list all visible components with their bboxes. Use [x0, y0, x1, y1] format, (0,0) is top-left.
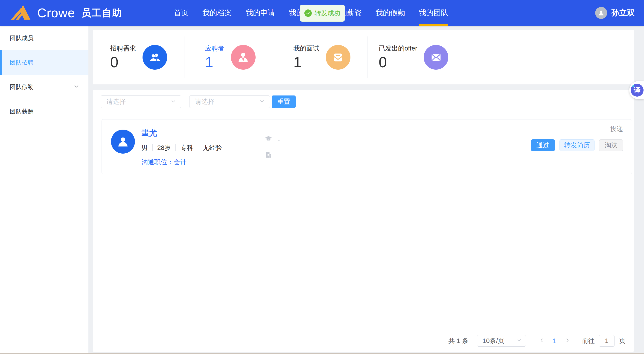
company-value: -: [278, 152, 280, 159]
reject-button[interactable]: 淘汰: [599, 139, 623, 151]
mail-icon: [424, 45, 448, 70]
graduation-cap-icon: [264, 135, 272, 145]
recruiting-list-panel: 请选择 请选择 重置 蚩尤: [93, 90, 634, 352]
goto-page-input[interactable]: [599, 335, 614, 347]
brand-name: Crowe: [37, 6, 75, 20]
user-menu[interactable]: 孙立双: [595, 0, 635, 26]
stat-label: 应聘者: [205, 44, 224, 53]
mail-open-icon: [326, 45, 350, 70]
stat-value: 0: [110, 55, 136, 70]
candidate-education: 专科: [180, 143, 193, 152]
sidebar-item-label: 团队成员: [10, 34, 34, 42]
stat-label: 招聘需求: [110, 44, 136, 53]
nav-item-my-attendance[interactable]: 我的假勤: [376, 0, 405, 26]
sidebar-item-label: 团队招聘: [10, 59, 34, 67]
app-root: Crowe 员工自助 首页 我的档案 我的申请 我的 我的薪资 我的假勤 我的团…: [0, 0, 644, 354]
sidebar-item-team-salary[interactable]: 团队薪酬: [0, 99, 88, 124]
building-icon: [264, 151, 272, 160]
chevron-down-icon: [259, 98, 265, 105]
sidebar: 团队成员 团队招聘 团队假勤 团队薪酬: [0, 26, 88, 353]
sidebar-item-label: 团队薪酬: [10, 107, 34, 116]
candidate-name[interactable]: 蚩尤: [141, 128, 157, 138]
candidate-position-line: 沟通职位：会计: [141, 158, 186, 166]
chevron-right-icon[interactable]: [563, 337, 572, 345]
candidate-icon: [231, 45, 256, 70]
sidebar-item-team-recruiting[interactable]: 团队招聘: [0, 50, 88, 75]
success-check-icon: [304, 10, 312, 17]
people-icon: [142, 45, 167, 70]
user-avatar-icon: [595, 7, 607, 19]
pagination-total: 共 1 条: [448, 336, 468, 345]
divider: [176, 144, 176, 151]
sidebar-item-team-members[interactable]: 团队成员: [0, 26, 88, 50]
success-toast: 转发成功: [300, 5, 345, 22]
stat-card-applicants[interactable]: 应聘者 1: [184, 30, 276, 84]
sidebar-item-team-attendance[interactable]: 团队假勤: [0, 75, 88, 99]
stat-label: 我的面试: [294, 44, 319, 53]
stat-card-offers-sent[interactable]: 已发出的offer 0: [368, 30, 459, 84]
toast-message: 转发成功: [314, 9, 340, 18]
education-value: -: [278, 136, 280, 143]
translate-icon: 译: [631, 84, 644, 97]
nav-item-my-team[interactable]: 我的团队: [419, 0, 448, 26]
reset-button[interactable]: 重置: [272, 95, 296, 108]
divider: [198, 144, 198, 151]
candidate-age: 28岁: [157, 143, 171, 152]
nav-item-my-applications[interactable]: 我的申请: [246, 0, 275, 26]
product-title: 员工自助: [82, 7, 122, 19]
stat-value: 1: [205, 55, 224, 70]
chevron-down-icon: [516, 337, 522, 344]
forward-resume-button[interactable]: 转发简历: [560, 139, 594, 151]
stat-card-my-interviews[interactable]: 我的面试 1: [276, 30, 368, 84]
candidate-stage-badge: 投递: [610, 124, 623, 133]
candidate-meta: -: [264, 135, 280, 160]
stat-card-recruiting-demand[interactable]: 招聘需求 0: [93, 30, 184, 84]
select-placeholder: 请选择: [106, 97, 126, 106]
page-bottom-edge: [0, 353, 644, 354]
pass-button[interactable]: 通过: [531, 139, 555, 151]
candidate-actions: 通过 转发简历 淘汰: [531, 139, 623, 151]
goto-label: 前往: [582, 336, 595, 345]
nav-item-home[interactable]: 首页: [174, 0, 188, 26]
nav-item-my-profile[interactable]: 我的档案: [202, 0, 232, 26]
page-number-1[interactable]: 1: [552, 337, 556, 345]
candidate-attributes: 男 28岁 专科 无经验: [141, 143, 222, 152]
pagination: 共 1 条 10条/页 1 前往 页: [448, 335, 626, 347]
page-size-select[interactable]: 10条/页: [477, 335, 526, 347]
chevron-down-icon: [73, 83, 80, 91]
page-size-value: 10条/页: [482, 336, 504, 345]
filter-bar: 请选择 请选择 重置: [100, 95, 296, 108]
filter-select-1[interactable]: 请选择: [100, 95, 181, 108]
candidate-experience: 无经验: [202, 143, 222, 152]
sidebar-item-label: 团队假勤: [10, 83, 34, 91]
crowe-mountain-icon: [10, 5, 32, 21]
page-unit-label: 页: [619, 336, 626, 345]
chevron-left-icon[interactable]: [538, 337, 546, 345]
candidate-gender: 男: [141, 143, 148, 152]
stat-value: 0: [379, 55, 418, 70]
filter-select-2[interactable]: 请选择: [189, 95, 270, 108]
stat-value: 1: [294, 55, 319, 70]
select-placeholder: 请选择: [195, 97, 214, 106]
chevron-down-icon: [170, 98, 176, 105]
candidate-avatar-icon: [111, 130, 135, 154]
stat-label: 已发出的offer: [379, 44, 418, 53]
brand-logo[interactable]: Crowe 员工自助: [10, 0, 122, 26]
user-name: 孙立双: [611, 8, 635, 18]
divider: [152, 144, 153, 151]
recruiting-stats-panel: 招聘需求 0 应聘者 1: [93, 30, 634, 84]
candidate-card: 蚩尤 男 28岁 专科 无经验 沟通职位：会计: [102, 119, 632, 174]
